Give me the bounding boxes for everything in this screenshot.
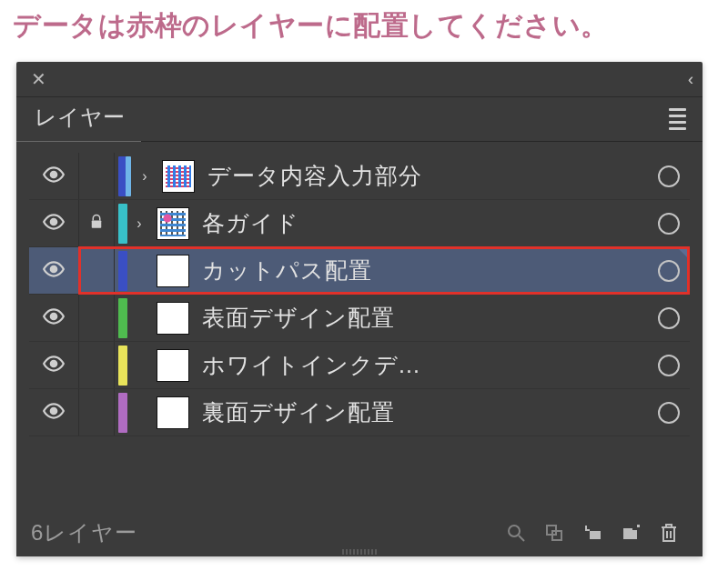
- target-icon[interactable]: [648, 402, 690, 424]
- panel-menu-icon[interactable]: [663, 103, 692, 135]
- svg-rect-11: [590, 531, 601, 539]
- tabs-row: レイヤー: [16, 97, 703, 142]
- svg-point-5: [51, 360, 57, 366]
- lock-toggle[interactable]: [79, 295, 115, 341]
- svg-point-4: [51, 313, 57, 319]
- layer-color-chip: [118, 251, 127, 291]
- tab-layers[interactable]: レイヤー: [16, 97, 141, 142]
- svg-point-7: [509, 526, 520, 536]
- layer-thumbnail: [157, 349, 189, 382]
- layer-name-label[interactable]: 表面デザイン配置: [202, 303, 648, 333]
- lock-toggle[interactable]: [79, 200, 115, 246]
- visibility-toggle[interactable]: [29, 247, 79, 294]
- layer-name-label[interactable]: データ内容入力部分: [207, 161, 648, 191]
- svg-point-3: [51, 265, 57, 272]
- lock-toggle[interactable]: [79, 389, 115, 436]
- instruction-text: データは赤枠のレイヤーに配置してください。: [0, 0, 728, 55]
- layer-row[interactable]: 裏面デザイン配置: [29, 389, 690, 436]
- svg-rect-2: [92, 220, 102, 227]
- collect-icon[interactable]: [535, 516, 573, 549]
- layer-thumbnail: [157, 396, 189, 429]
- target-icon[interactable]: [648, 213, 690, 235]
- layer-row[interactable]: ホワイトインクデ...: [29, 342, 690, 389]
- layers-list: ›データ内容入力部分›各ガイドカットパス配置表面デザイン配置ホワイトインクデ..…: [16, 142, 703, 436]
- layer-thumbnail: [157, 255, 189, 287]
- eye-icon: [42, 210, 66, 237]
- new-layer-icon[interactable]: [612, 516, 650, 549]
- resize-grip-icon[interactable]: [332, 549, 387, 555]
- lock-toggle[interactable]: [79, 342, 115, 388]
- eye-icon: [42, 257, 66, 285]
- layer-name-label[interactable]: カットパス配置: [202, 255, 648, 286]
- layer-name-label[interactable]: ホワイトインクデ...: [202, 350, 648, 380]
- panel-titlebar: ✕ ‹‹: [16, 62, 703, 97]
- svg-point-0: [51, 171, 57, 177]
- chevron-right-icon[interactable]: ›: [127, 215, 151, 232]
- layers-panel: ✕ ‹‹ レイヤー ›データ内容入力部分›各ガイドカットパス配置表面デザイン配置…: [16, 62, 703, 556]
- target-icon[interactable]: [648, 307, 690, 329]
- layer-row[interactable]: ›各ガイド: [29, 200, 690, 247]
- trash-icon[interactable]: [650, 516, 688, 549]
- target-icon[interactable]: [648, 260, 690, 282]
- layer-thumbnail: [157, 207, 189, 240]
- visibility-toggle[interactable]: [29, 389, 79, 436]
- layer-row[interactable]: 表面デザイン配置: [29, 295, 690, 342]
- layer-thumbnail: [162, 160, 195, 193]
- visibility-toggle[interactable]: [29, 153, 79, 199]
- layer-color-chip: [118, 204, 127, 244]
- lock-toggle[interactable]: [79, 247, 115, 294]
- layer-count-label: 6レイヤー: [31, 518, 137, 547]
- eye-icon: [42, 399, 66, 426]
- search-icon[interactable]: [497, 516, 535, 549]
- layer-row[interactable]: カットパス配置: [29, 247, 690, 295]
- lock-toggle[interactable]: [79, 153, 115, 199]
- target-icon[interactable]: [648, 355, 690, 376]
- eye-icon: [42, 163, 66, 190]
- layer-name-label[interactable]: 各ガイド: [202, 208, 648, 238]
- layer-row[interactable]: ›データ内容入力部分: [29, 153, 690, 200]
- selection-indicator: [677, 247, 690, 260]
- visibility-toggle[interactable]: [29, 200, 79, 246]
- eye-icon: [42, 305, 66, 332]
- visibility-toggle[interactable]: [29, 342, 79, 388]
- svg-line-8: [519, 536, 524, 541]
- layer-color-chip: [126, 156, 131, 196]
- layer-thumbnail: [157, 302, 189, 335]
- close-icon[interactable]: ✕: [25, 66, 52, 92]
- target-icon[interactable]: [648, 165, 690, 187]
- collapse-panel-icon[interactable]: ‹‹: [688, 70, 693, 89]
- layer-color-chip: [118, 346, 127, 386]
- lock-icon: [88, 214, 105, 234]
- eye-icon: [42, 352, 66, 379]
- visibility-toggle[interactable]: [29, 295, 79, 341]
- layer-color-chip: [118, 393, 127, 433]
- layer-color-chip: [118, 298, 127, 338]
- chevron-right-icon[interactable]: ›: [133, 168, 157, 185]
- panel-footer: 6レイヤー: [16, 509, 703, 556]
- svg-point-6: [51, 407, 57, 414]
- svg-point-1: [51, 218, 57, 225]
- new-sublayer-icon[interactable]: [573, 516, 612, 549]
- layer-name-label[interactable]: 裏面デザイン配置: [202, 397, 648, 427]
